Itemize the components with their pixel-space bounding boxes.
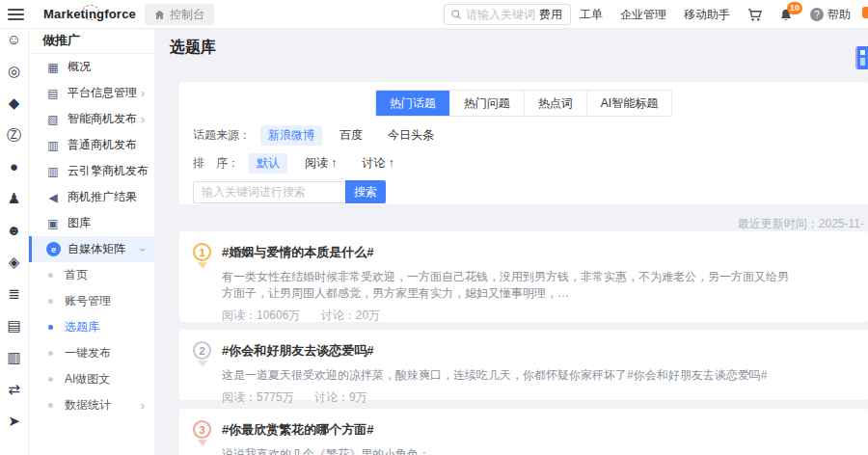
subitem-label: 首页 [65, 267, 88, 283]
topic-title[interactable]: #你会和好朋友去谈恋爱吗# [222, 342, 854, 360]
topic-title[interactable]: #婚姻与爱情的本质是什么# [222, 244, 854, 261]
nav-fees[interactable]: 费用 [539, 7, 562, 23]
topbar: Marketingforce 控制台 费用 工单 企业管理 移动助手 10 ? … [0, 0, 868, 29]
publish-doc-icon: ▥ [46, 139, 60, 152]
sidebar-item-label: 云引擎商机发布 [68, 163, 149, 179]
read-count: 10606万 [257, 308, 300, 322]
sidebar-item-cloud-publish[interactable]: ▥ 云引擎商机发布 [29, 158, 154, 184]
nav-work-orders[interactable]: 工单 [580, 7, 603, 23]
sidebar-item-label: 自媒体矩阵 [68, 241, 125, 257]
notifications-bell[interactable]: 10 [779, 8, 793, 22]
rank-2-medal-icon: 2 [193, 341, 211, 360]
search-button[interactable]: 搜索 [345, 180, 386, 203]
sort-filter-row: 排 序： 默认 阅读 ↑ 讨论 ↑ [193, 153, 868, 173]
translate-icon[interactable]: ⇄ [6, 381, 22, 397]
sidebar-subitem-ai-graphics[interactable]: AI做图文 [29, 366, 154, 392]
topic-body: 这是一道夏天很受欢迎的凉拌菜，酸辣爽口，连续吃几天，你都怀疑你家秤坏了#你会和好… [222, 367, 797, 384]
topic-tabs: 热门话题 热门问题 热点词 AI智能标题 [375, 90, 672, 117]
source-sina-weibo[interactable]: 新浪微博 [260, 125, 322, 146]
sort-by-reads[interactable]: 阅读 ↑ [297, 153, 344, 174]
tab-hot-words[interactable]: 热点词 [525, 91, 587, 116]
sidebar-item-media-matrix[interactable]: e 自媒体矩阵 › [29, 236, 154, 262]
customer-service-icon[interactable]: ☺ [6, 31, 22, 47]
discuss-count: 9万 [349, 390, 367, 404]
nav-enterprise-management[interactable]: 企业管理 [620, 7, 666, 23]
tm-globe-icon[interactable]: ● [6, 158, 22, 174]
source-label: 话题来源： [193, 127, 251, 144]
topic-stats: 阅读：10606万 讨论：20万 [222, 308, 854, 324]
sidebar-subitem-topic-library[interactable]: 选题库 [29, 314, 154, 340]
tab-ai-titles[interactable]: AI智能标题 [587, 91, 671, 116]
marketingforce-logo[interactable]: Marketingforce [43, 7, 136, 21]
megaphone-icon: ◀ [46, 191, 60, 204]
sidebar-item-platform-info[interactable]: ▤ 平台信息管理 › [29, 80, 154, 106]
tab-hot-topics[interactable]: 热门话题 [376, 91, 450, 116]
question-icon: ? [810, 8, 824, 21]
notebook-icon[interactable]: ▥ [6, 349, 22, 365]
filter-card: 热门话题 热门问题 热点词 AI智能标题 话题来源： 新浪微博 百度 今日头条 … [179, 82, 868, 204]
robot-figure-icon[interactable]: ♟ [6, 190, 22, 206]
bullet-icon [48, 299, 53, 304]
sidebar-item-smart-publish[interactable]: ▧ 智能商机发布 › [29, 106, 154, 132]
keyword-input[interactable] [193, 181, 345, 203]
discuss-label: 讨论： [314, 390, 349, 404]
smart-publish-icon: ▧ [46, 113, 60, 126]
tab-hot-questions[interactable]: 热门问题 [450, 91, 525, 116]
logo-text: Marketingforce [43, 7, 136, 21]
bullet-icon [48, 325, 53, 330]
sidebar-item-overview[interactable]: ▦ 概况 [29, 54, 154, 80]
nav-mobile-assistant[interactable]: 移动助手 [684, 7, 730, 23]
sidebar-item-gallery[interactable]: ▣ 图库 [29, 210, 154, 236]
sidebar-item-promo-results[interactable]: ◀ 商机推广结果 [29, 184, 154, 210]
topic-item-2[interactable]: 2 #你会和好朋友去谈恋爱吗# 这是一道夏天很受欢迎的凉拌菜，酸辣爽口，连续吃几… [179, 330, 868, 400]
subitem-label: 数据统计 [65, 397, 111, 414]
sidebar-subitem-data-statistics[interactable]: 数据统计 › [29, 392, 154, 418]
sort-default[interactable]: 默认 [249, 153, 287, 174]
sidebar-item-normal-publish[interactable]: ▥ 普通商机发布 [29, 132, 154, 158]
read-label: 阅读： [222, 308, 257, 322]
target-marketing-icon[interactable]: ◎ [6, 63, 22, 79]
sidebar-subitem-one-click-publish[interactable]: 一键发布 [29, 340, 154, 366]
bullet-icon [48, 377, 53, 382]
floating-guide-icon[interactable] [855, 46, 868, 69]
cart-icon[interactable] [747, 8, 762, 22]
dashboard-icon: ▦ [46, 61, 60, 74]
layers-icon[interactable]: ≣ [6, 285, 22, 302]
z-coin-icon[interactable]: Ⓩ [6, 126, 22, 143]
bullet-icon [48, 351, 53, 356]
source-baidu[interactable]: 百度 [332, 125, 370, 146]
topic-title[interactable]: #你最欣赏繁花的哪个方面# [222, 421, 854, 439]
sidebar-item-label: 图库 [68, 215, 91, 231]
chevron-right-icon: › [141, 400, 145, 412]
sidebar-item-label: 智能商机发布 [68, 111, 137, 127]
rank-3-medal-icon: 3 [193, 420, 211, 439]
rocket-icon[interactable]: ➤ [6, 413, 22, 429]
corner-accent-icon [862, 7, 868, 18]
document-icon: ▤ [46, 87, 60, 100]
help-link[interactable]: ? 帮助 [810, 7, 851, 23]
notification-badge: 10 [787, 2, 802, 14]
cloud-publish-icon: ▥ [46, 165, 60, 178]
tab-console[interactable]: 控制台 [145, 4, 214, 25]
source-toutiao[interactable]: 今日头条 [380, 125, 442, 146]
sidebar-item-label: 概况 [68, 59, 91, 75]
bullet-icon [48, 403, 53, 408]
home-icon [154, 10, 165, 20]
sidebar-subitem-account-management[interactable]: 账号管理 [29, 288, 154, 314]
topic-item-3[interactable]: 3 #你最欣赏繁花的哪个方面# 说说我喜欢的几个《繁花》里的小角色： … [179, 409, 868, 455]
sort-by-discussions[interactable]: 讨论 ↑ [354, 153, 401, 174]
menu-icon[interactable] [8, 9, 24, 20]
shield-badge-icon[interactable]: ◈ [6, 254, 22, 270]
shield-k-icon[interactable]: ◆ [6, 94, 22, 111]
sidebar-subitem-home[interactable]: 首页 [29, 262, 154, 288]
topic-item-1[interactable]: 1 #婚姻与爱情的本质是什么# 有一类女性在结婚时候非常受欢迎，一方面自己花钱，… [179, 231, 868, 322]
search-icon [450, 9, 462, 20]
subitem-label: 一键发布 [65, 345, 111, 361]
chatbot-icon[interactable]: ☻ [6, 222, 22, 238]
subitem-label: AI做图文 [65, 371, 110, 388]
topic-body: 说说我喜欢的几个《繁花》里的小角色： [222, 446, 797, 455]
book-ssl-icon[interactable]: ▤ [6, 317, 22, 334]
read-count: 5775万 [257, 390, 294, 404]
topic-body: 有一类女性在结婚时候非常受欢迎，一方面自己花钱，没用到男方钱，非常实惠，不为难老… [222, 269, 797, 302]
sidebar-item-label: 商机推广结果 [68, 189, 137, 205]
